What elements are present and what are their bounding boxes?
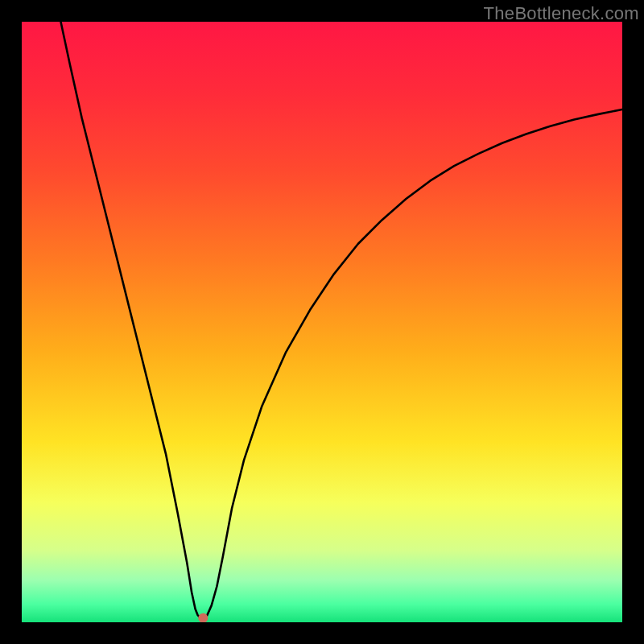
watermark-text: TheBottleneck.com [484, 3, 639, 24]
gradient-background [22, 22, 622, 622]
chart-canvas [22, 22, 622, 622]
chart-frame [22, 22, 622, 622]
